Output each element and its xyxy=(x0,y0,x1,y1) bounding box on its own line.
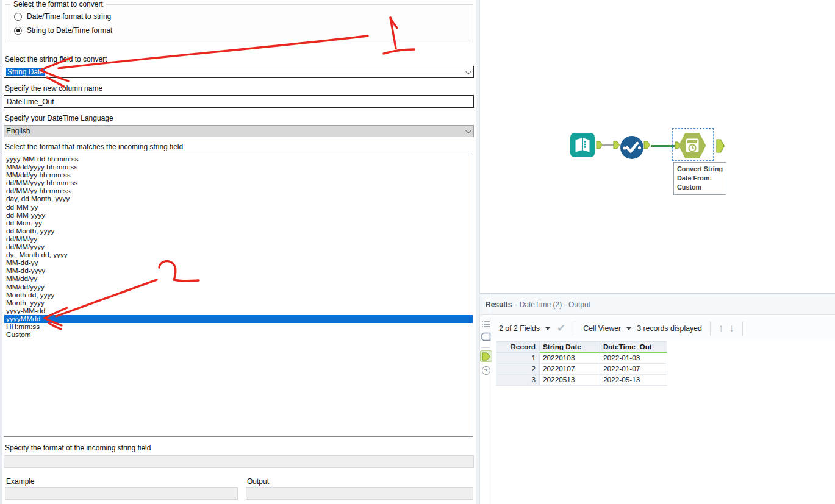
format-option[interactable]: Month dd, yyyy xyxy=(4,291,473,299)
toolbar-separator xyxy=(575,321,575,336)
records-list-icon[interactable] xyxy=(481,319,491,329)
cell-viewer-dropdown[interactable]: Cell Viewer xyxy=(583,324,621,333)
format-option[interactable]: Custom xyxy=(4,331,473,339)
radio-icon-checked[interactable] xyxy=(14,27,22,35)
format-option[interactable]: MM/dd/yyyy hh:mm:ss xyxy=(4,163,473,171)
language-label: Specify your DateTime Language xyxy=(5,114,113,122)
fields-summary-dropdown[interactable]: 2 of 2 Fields xyxy=(499,324,540,333)
results-header: Results - DateTime (2) - Output xyxy=(480,294,835,315)
format-option[interactable]: MM-dd-yy xyxy=(4,259,473,267)
column-header[interactable]: DateTime_Out xyxy=(600,342,667,353)
chevron-down-icon[interactable] xyxy=(465,127,471,133)
help-icon[interactable]: ? xyxy=(481,365,491,375)
output-anchor-icon[interactable] xyxy=(716,139,725,153)
format-list-label: Select the format that matches the incom… xyxy=(5,143,183,151)
groupbox-label: Select the format to convert xyxy=(10,0,106,9)
language-combobox[interactable]: English xyxy=(4,125,474,137)
toolbar-separator xyxy=(742,321,743,336)
format-option[interactable]: yyyyMMdd xyxy=(4,315,473,323)
string-field-label: Select the string field to convert xyxy=(5,55,107,63)
format-option[interactable]: dd Month, yyyy xyxy=(4,227,473,235)
table-row[interactable]: 3202205132022-05-13 xyxy=(496,375,667,386)
tool-annotation[interactable]: Convert String Date From: Custom xyxy=(673,162,726,195)
datetime-tool-icon[interactable] xyxy=(678,132,707,160)
format-option[interactable]: dd/MM/yy hh:mm:ss xyxy=(4,187,473,195)
records-displayed-text: 3 records displayed xyxy=(637,324,702,333)
format-option[interactable]: dd/MM/yyyy hh:mm:ss xyxy=(4,179,473,187)
output-field xyxy=(246,487,473,500)
language-value: English xyxy=(6,127,30,135)
output-anchor-icon[interactable] xyxy=(596,141,603,149)
column-name-label: Specify the new column name xyxy=(5,84,102,93)
example-field xyxy=(5,487,238,500)
column-header[interactable]: Record xyxy=(496,342,540,353)
example-label: Example xyxy=(6,477,35,486)
format-option[interactable]: HH:mm:ss xyxy=(4,323,473,331)
column-name-input[interactable] xyxy=(4,95,474,108)
results-grid[interactable]: RecordString DateDateTime_Out12022010320… xyxy=(496,341,667,386)
results-title: Results xyxy=(486,300,512,309)
value-cell[interactable]: 2022-01-03 xyxy=(600,353,667,364)
value-cell[interactable]: 20220513 xyxy=(540,375,600,386)
radio-label: Date/Time format to string xyxy=(27,12,111,21)
chevron-down-icon[interactable] xyxy=(465,68,471,74)
arrow-down-icon[interactable]: ↓ xyxy=(729,323,734,333)
results-toolbar: 2 of 2 Fields ✔ Cell Viewer 3 records di… xyxy=(480,316,835,341)
table-row[interactable]: 1202201032022-01-03 xyxy=(496,353,667,364)
record-number-cell[interactable]: 2 xyxy=(496,364,540,375)
table-row[interactable]: 2202201072022-01-07 xyxy=(496,364,667,375)
format-option[interactable]: Month, yyyy xyxy=(4,299,473,307)
caret-down-icon[interactable] xyxy=(626,327,631,330)
format-option[interactable]: MM/dd/yy xyxy=(4,275,473,283)
results-panel: Results - DateTime (2) - Output 2 of 2 F… xyxy=(480,293,835,504)
workflow-canvas[interactable]: Convert String Date From: Custom xyxy=(480,0,835,293)
grid-header-row: RecordString DateDateTime_Out xyxy=(496,342,667,353)
format-listbox[interactable]: yyyy-MM-dd hh:mm:ssMM/dd/yyyy hh:mm:ssMM… xyxy=(4,154,473,437)
results-left-rail: ? xyxy=(480,316,492,504)
record-number-cell[interactable]: 1 xyxy=(496,353,540,364)
output-anchor-button[interactable] xyxy=(480,350,492,362)
panel-left-edge xyxy=(0,0,2,504)
value-cell[interactable]: 20220107 xyxy=(540,364,600,375)
datetime-config-panel: Select the format to convert Date/Time f… xyxy=(0,0,476,504)
record-number-cell[interactable]: 3 xyxy=(496,375,540,386)
apply-check-icon[interactable]: ✔ xyxy=(557,323,565,333)
format-to-convert-groupbox: Select the format to convert Date/Time f… xyxy=(5,4,473,43)
radio-label: String to Date/Time format xyxy=(27,26,112,35)
connection-select-to-datetime[interactable] xyxy=(651,145,675,147)
incoming-format-label: Specify the format of the incoming strin… xyxy=(5,444,151,452)
arrow-up-icon[interactable]: ↑ xyxy=(719,323,724,333)
format-option[interactable]: dd/MM/yyyy xyxy=(4,243,473,251)
format-option[interactable]: dd-MM-yyyy xyxy=(4,211,473,219)
format-option[interactable]: dd/MM/yy xyxy=(4,235,473,243)
panel-splitter[interactable] xyxy=(476,0,480,504)
rail-border xyxy=(492,294,492,504)
column-header[interactable]: String Date xyxy=(540,342,600,353)
radio-string-to-datetime[interactable]: String to Date/Time format xyxy=(14,26,112,35)
format-option[interactable]: MM-dd-yyyy xyxy=(4,267,473,275)
format-option[interactable]: dd-MM-yy xyxy=(4,204,473,211)
format-option[interactable]: MM/dd/yyyy xyxy=(4,283,473,291)
caret-down-icon[interactable] xyxy=(545,327,550,330)
value-cell[interactable]: 20220103 xyxy=(540,353,600,364)
toolbar-separator xyxy=(710,321,711,336)
value-cell[interactable]: 2022-01-07 xyxy=(600,364,667,375)
output-anchor-icon[interactable] xyxy=(643,141,651,149)
format-option[interactable]: dy., Month dd, yyyy xyxy=(4,251,473,259)
string-field-value: String Date xyxy=(6,68,45,76)
results-subtitle: - DateTime (2) - Output xyxy=(515,300,590,309)
output-label: Output xyxy=(247,477,269,486)
format-option[interactable]: day, dd Month, yyyy xyxy=(4,195,473,203)
select-tool-icon[interactable] xyxy=(620,135,644,160)
format-option[interactable]: yyyy-MM-dd xyxy=(4,307,473,315)
format-option[interactable]: dd-Mon.-yy xyxy=(4,219,473,227)
rail-divider xyxy=(481,347,490,348)
radio-icon[interactable] xyxy=(14,13,22,21)
value-cell[interactable]: 2022-05-13 xyxy=(600,375,667,386)
incoming-format-input[interactable] xyxy=(4,455,474,468)
connection-input-to-select[interactable] xyxy=(603,144,614,146)
metadata-view-icon[interactable] xyxy=(481,332,491,342)
input-data-tool-icon[interactable] xyxy=(570,133,595,157)
string-field-combobox[interactable]: String Date xyxy=(4,66,474,78)
radio-datetime-to-string[interactable]: Date/Time format to string xyxy=(14,12,111,21)
